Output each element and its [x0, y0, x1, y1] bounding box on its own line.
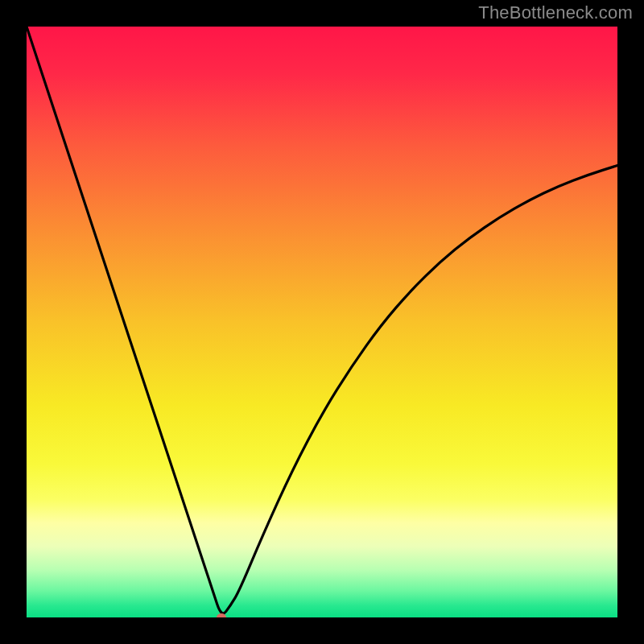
watermark-text: TheBottleneck.com	[478, 2, 633, 23]
plot-area	[27, 27, 617, 617]
optimum-marker	[217, 613, 226, 617]
chart-frame: TheBottleneck.com	[0, 0, 644, 644]
bottleneck-curve	[27, 27, 617, 613]
curve-layer	[27, 27, 617, 617]
